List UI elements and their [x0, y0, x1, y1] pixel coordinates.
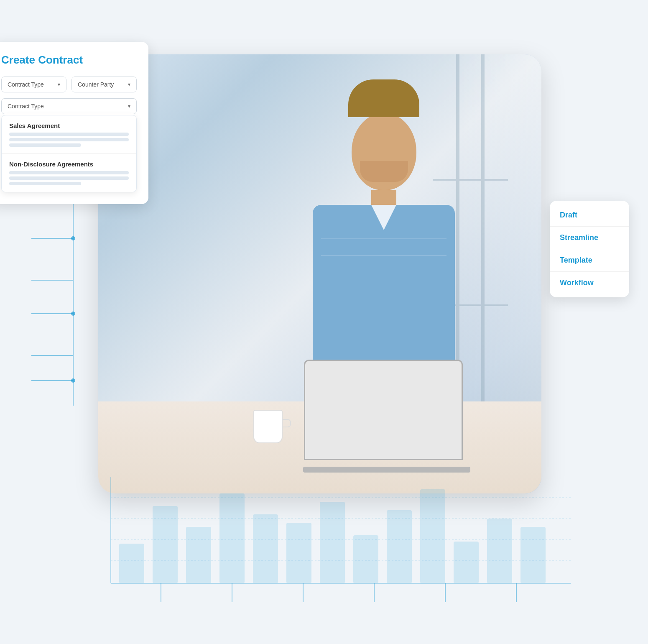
- svg-rect-31: [487, 519, 512, 583]
- contract-type-full-label: Contract Type: [8, 103, 44, 110]
- svg-rect-22: [186, 527, 211, 583]
- line-decoration: [9, 171, 129, 174]
- list-item[interactable]: Sales Agreement: [2, 115, 136, 154]
- svg-rect-21: [153, 506, 178, 583]
- dropdown-item-lines: [9, 133, 129, 147]
- create-contract-card: Create Contract Contract Type ▾ Counter …: [0, 42, 148, 204]
- dropdown-item-title: Non-Disclosure Agreements: [9, 161, 129, 168]
- svg-point-7: [71, 236, 75, 240]
- chevron-down-icon-2: ▾: [128, 82, 130, 87]
- svg-rect-20: [119, 544, 144, 583]
- contract-type-label: Contract Type: [8, 81, 44, 88]
- workflow-item-draft[interactable]: Draft: [550, 204, 629, 227]
- dropdown-list: Sales Agreement Non-Disclosure Agreement…: [1, 115, 137, 192]
- counter-party-label: Counter Party: [78, 81, 114, 88]
- page-wrapper: Create Contract Contract Type ▾ Counter …: [31, 29, 617, 615]
- svg-rect-26: [320, 502, 345, 583]
- line-decoration: [9, 176, 129, 180]
- workflow-item-streamline[interactable]: Streamline: [550, 227, 629, 249]
- svg-rect-27: [353, 535, 378, 583]
- chart-area: [73, 473, 583, 606]
- chevron-down-icon-3: ▾: [128, 103, 130, 109]
- svg-rect-30: [454, 542, 479, 583]
- svg-rect-28: [387, 510, 412, 583]
- counter-party-dropdown[interactable]: Counter Party ▾: [71, 77, 137, 92]
- line-decoration: [9, 138, 129, 141]
- svg-rect-25: [286, 523, 311, 583]
- svg-rect-32: [520, 527, 546, 583]
- dropdown-item-lines: [9, 171, 129, 185]
- person-background: [98, 54, 541, 493]
- main-image-card: [98, 54, 541, 493]
- svg-point-13: [71, 378, 75, 383]
- svg-rect-23: [219, 493, 245, 583]
- contract-type-dropdown[interactable]: Contract Type ▾: [1, 77, 66, 92]
- workflow-item-template[interactable]: Template: [550, 249, 629, 272]
- person: [313, 79, 455, 364]
- svg-rect-24: [253, 514, 278, 583]
- laptop: [304, 360, 463, 460]
- svg-rect-29: [420, 489, 445, 583]
- line-decoration: [9, 182, 81, 185]
- line-decoration: [9, 143, 81, 147]
- dropdowns-row: Contract Type ▾ Counter Party ▾: [1, 77, 137, 92]
- dropdown-item-title: Sales Agreement: [9, 122, 129, 129]
- chevron-down-icon: ▾: [58, 82, 60, 87]
- line-decoration: [9, 133, 129, 136]
- bar-chart-svg: [73, 473, 583, 606]
- contract-type-full-dropdown[interactable]: Contract Type ▾: [1, 98, 137, 114]
- create-contract-title: Create Contract: [1, 54, 137, 66]
- list-item[interactable]: Non-Disclosure Agreements: [2, 154, 136, 192]
- workflow-card: Draft Streamline Template Workflow: [550, 201, 629, 297]
- svg-point-10: [71, 312, 75, 316]
- coffee-cup: [253, 410, 283, 443]
- workflow-item-workflow[interactable]: Workflow: [550, 272, 629, 294]
